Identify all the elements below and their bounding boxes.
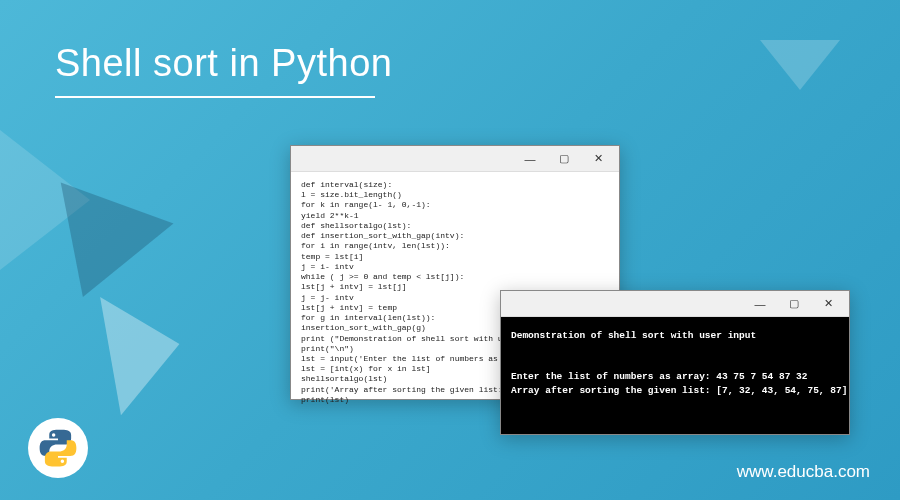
close-icon[interactable]: ✕ — [581, 149, 615, 169]
minimize-icon[interactable]: — — [743, 294, 777, 314]
maximize-icon[interactable]: ▢ — [547, 149, 581, 169]
triangle-decor — [100, 285, 190, 415]
window-titlebar: — ▢ ✕ — [501, 291, 849, 317]
maximize-icon[interactable]: ▢ — [777, 294, 811, 314]
triangle-decor — [760, 40, 840, 90]
title-underline — [55, 96, 375, 98]
python-logo — [28, 418, 88, 478]
terminal-output: Demonstration of shell sort with user in… — [501, 317, 849, 434]
page-title: Shell sort in Python — [55, 42, 392, 85]
minimize-icon[interactable]: — — [513, 149, 547, 169]
terminal-window: — ▢ ✕ Demonstration of shell sort with u… — [500, 290, 850, 435]
window-titlebar: — ▢ ✕ — [291, 146, 619, 172]
footer-url: www.educba.com — [737, 462, 870, 482]
banner-canvas: Shell sort in Python — ▢ ✕ def interval(… — [0, 0, 900, 500]
close-icon[interactable]: ✕ — [811, 294, 845, 314]
python-icon — [37, 427, 79, 469]
